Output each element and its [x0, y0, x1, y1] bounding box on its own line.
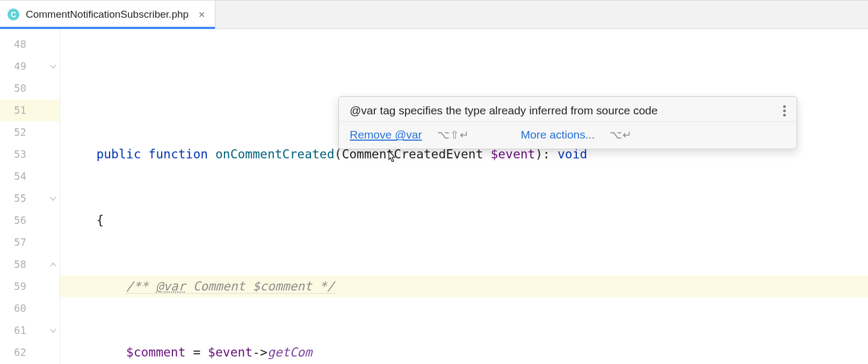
more-actions-link[interactable]: More actions... — [521, 128, 595, 141]
close-tab-icon[interactable]: ✕ — [198, 10, 205, 20]
code-line: { — [60, 209, 868, 231]
fold-close-icon[interactable] — [49, 260, 57, 269]
quick-fix-remove-var[interactable]: Remove @var — [350, 128, 422, 141]
line-number: 56 — [0, 209, 60, 231]
line-number: 50 — [0, 77, 60, 99]
line-number: 49 — [0, 55, 60, 77]
inspection-tooltip: @var tag specifies the type already infe… — [338, 96, 797, 149]
line-number: 55 — [0, 187, 60, 209]
line-number: 48 — [0, 33, 60, 55]
line-number: 51 — [0, 99, 60, 121]
code-line-highlighted: /** @var Comment $comment */ — [60, 275, 868, 297]
line-number: 58 — [0, 253, 60, 275]
fold-open-icon[interactable] — [49, 62, 57, 71]
line-number: 57 — [0, 231, 60, 253]
more-options-icon[interactable] — [783, 105, 786, 117]
code-area[interactable]: public function onCommentCreated(Comment… — [60, 29, 868, 364]
ide-window: C CommentNotificationSubscriber.php ✕ 48… — [0, 0, 868, 364]
shortcut-hint: ⌥↵ — [610, 128, 632, 141]
line-number: 59 — [0, 275, 60, 297]
file-type-icon: C — [8, 9, 19, 20]
inspection-message: @var tag specifies the type already infe… — [350, 104, 657, 117]
line-number: 60 — [0, 297, 60, 319]
tab-filename: CommentNotificationSubscriber.php — [26, 9, 189, 20]
line-number: 52 — [0, 121, 60, 143]
fold-open-icon[interactable] — [49, 326, 57, 335]
line-number: 53 — [0, 143, 60, 165]
tab-bar: C CommentNotificationSubscriber.php ✕ — [0, 1, 868, 29]
line-number: 61 — [0, 319, 60, 341]
line-number-gutter: 48 49 50 51 52 53 54 55 56 57 58 59 60 6… — [0, 29, 60, 364]
line-number: 62 — [0, 341, 60, 363]
fold-open-icon[interactable] — [49, 194, 57, 203]
editor-tab[interactable]: C CommentNotificationSubscriber.php ✕ — [0, 1, 215, 28]
editor-area: 48 49 50 51 52 53 54 55 56 57 58 59 60 6… — [0, 29, 868, 364]
line-number: 54 — [0, 165, 60, 187]
code-line: $comment = $event->getCom — [60, 341, 868, 363]
shortcut-hint: ⌥⇧↵ — [437, 128, 469, 141]
